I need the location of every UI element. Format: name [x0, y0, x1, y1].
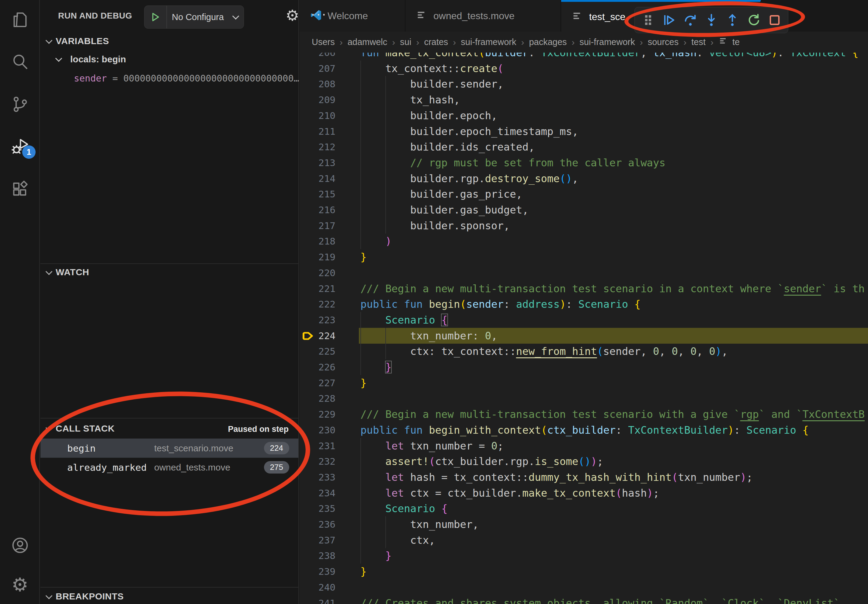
move-file-icon: [416, 9, 428, 23]
line-number[interactable]: 229: [299, 406, 335, 422]
more-actions-icon[interactable]: ···: [310, 5, 327, 22]
breadcrumb-file[interactable]: te: [732, 37, 740, 47]
line-number[interactable]: 241: [299, 595, 335, 604]
line-number[interactable]: 238: [299, 548, 335, 564]
variables-label: VARIABLES: [56, 36, 109, 46]
restart-icon[interactable]: [744, 9, 763, 31]
step-into-icon[interactable]: [702, 9, 720, 31]
frame-line-badge: 275: [264, 461, 289, 474]
launch-config-dropdown[interactable]: No Configura: [144, 5, 244, 29]
line-number[interactable]: 236: [299, 516, 335, 532]
debug-badge: 1: [22, 146, 36, 159]
line-number[interactable]: 240: [299, 579, 335, 595]
breadcrumb-item[interactable]: sui-framework: [461, 37, 516, 47]
tab-owned_tests.move[interactable]: owned_tests.move: [405, 0, 561, 32]
variable-row[interactable]: sender = 0000000000000000000000000000000…: [74, 73, 299, 84]
code-text: ctx: tx_context::new_from_hint(sender, 0…: [360, 343, 728, 359]
search-icon[interactable]: [0, 48, 40, 76]
line-number[interactable]: 213: [299, 155, 335, 170]
code-line-225: 225ctx: tx_context::new_from_hint(sender…: [299, 343, 868, 359]
line-number[interactable]: 222: [299, 296, 335, 312]
call-stack-frame[interactable]: begintest_scenario.move224: [40, 438, 298, 458]
continue-icon[interactable]: [660, 9, 678, 31]
breadcrumb-item[interactable]: packages: [529, 37, 567, 47]
line-number[interactable]: 218: [299, 233, 335, 249]
breadcrumb-item[interactable]: adamwelc: [348, 37, 388, 47]
debug-settings-gear-icon[interactable]: ⚙: [285, 8, 299, 23]
breadcrumb-item[interactable]: crates: [424, 37, 448, 47]
line-number[interactable]: 223: [299, 312, 335, 328]
code-text: builder.ids_created,: [360, 139, 535, 155]
line-number[interactable]: 226: [299, 359, 335, 375]
breadcrumb-separator-icon: ›: [416, 37, 419, 48]
code-text: let ctx = ctx_builder.make_tx_context(ha…: [360, 485, 659, 501]
breakpoints-section-header[interactable]: BREAKPOINTS: [46, 591, 124, 602]
line-number[interactable]: 235: [299, 500, 335, 516]
line-number[interactable]: 225: [299, 343, 335, 359]
line-number[interactable]: 211: [299, 124, 335, 139]
code-line-241: 241/// Creates and shares system objects…: [299, 595, 868, 604]
line-number[interactable]: 215: [299, 186, 335, 202]
tab-label: Welcome: [327, 10, 368, 22]
call-stack-frame[interactable]: already_markedowned_tests.move275: [40, 458, 298, 477]
run-and-debug-sidebar: RUN AND DEBUG No Configura ⚙ ··· VARIABL…: [40, 0, 299, 604]
line-number[interactable]: 224: [299, 328, 335, 344]
extensions-icon[interactable]: [0, 176, 40, 203]
drag-handle-icon[interactable]: [639, 9, 657, 31]
line-number[interactable]: 212: [299, 139, 335, 155]
watch-label: WATCH: [56, 267, 89, 277]
frame-function: already_marked: [67, 462, 154, 473]
stop-icon[interactable]: [766, 9, 784, 31]
breadcrumb-item[interactable]: sui: [400, 37, 411, 47]
activity-bar: 1 ⚙: [0, 0, 40, 604]
watch-section-header[interactable]: WATCH: [46, 267, 89, 277]
code-text: builder.gas_budget,: [360, 202, 529, 218]
line-number[interactable]: 206: [299, 53, 335, 60]
line-number[interactable]: 233: [299, 469, 335, 485]
breadcrumb-item[interactable]: test: [691, 37, 705, 47]
start-debug-icon[interactable]: [144, 6, 167, 28]
line-number[interactable]: 221: [299, 281, 335, 297]
line-number[interactable]: 219: [299, 249, 335, 265]
call-stack-section-header[interactable]: CALL STACK: [46, 423, 115, 434]
line-number[interactable]: 228: [299, 390, 335, 406]
variables-section-header[interactable]: VARIABLES: [46, 36, 109, 46]
line-number[interactable]: 207: [299, 60, 335, 76]
line-number[interactable]: 220: [299, 265, 335, 281]
line-number[interactable]: 239: [299, 564, 335, 579]
line-number[interactable]: 231: [299, 438, 335, 454]
code-line-226: 226}: [299, 359, 868, 375]
line-number[interactable]: 214: [299, 170, 335, 186]
run-and-debug-icon[interactable]: 1: [0, 133, 40, 160]
line-number[interactable]: 216: [299, 202, 335, 218]
scope-label: locals: begin: [70, 54, 126, 65]
code-editor[interactable]: 206fun make_tx_context(builder: TxContex…: [299, 53, 868, 604]
step-out-icon[interactable]: [724, 9, 741, 31]
line-number[interactable]: 209: [299, 92, 335, 108]
line-number[interactable]: 208: [299, 76, 335, 92]
breadcrumb-item[interactable]: Users: [312, 37, 335, 47]
line-number[interactable]: 234: [299, 485, 335, 501]
settings-gear-icon[interactable]: ⚙: [0, 571, 40, 599]
line-number[interactable]: 237: [299, 532, 335, 548]
line-number[interactable]: 217: [299, 218, 335, 234]
breadcrumb-item[interactable]: sources: [648, 37, 679, 47]
line-number[interactable]: 227: [299, 375, 335, 391]
line-number[interactable]: 232: [299, 454, 335, 469]
variables-scope-row[interactable]: locals: begin: [54, 54, 126, 65]
account-icon[interactable]: [0, 531, 40, 559]
step-over-icon[interactable]: [681, 9, 699, 31]
code-line-224: 224txn_number: 0,: [299, 328, 868, 344]
line-number[interactable]: 230: [299, 422, 335, 438]
code-text: ctx,: [360, 532, 435, 548]
code-text: public fun begin(sender: address): Scena…: [360, 296, 640, 312]
code-line-207: 207tx_context::create(: [299, 60, 868, 76]
frame-file: test_scenario.move: [154, 443, 233, 454]
source-control-icon[interactable]: [0, 91, 40, 118]
explorer-icon[interactable]: [0, 6, 40, 34]
line-number[interactable]: 210: [299, 108, 335, 124]
breadcrumb-item[interactable]: sui-framework: [580, 37, 635, 47]
code-line-228: 228: [299, 390, 868, 406]
code-line-239: 239}: [299, 564, 868, 579]
section-divider: [40, 263, 298, 264]
